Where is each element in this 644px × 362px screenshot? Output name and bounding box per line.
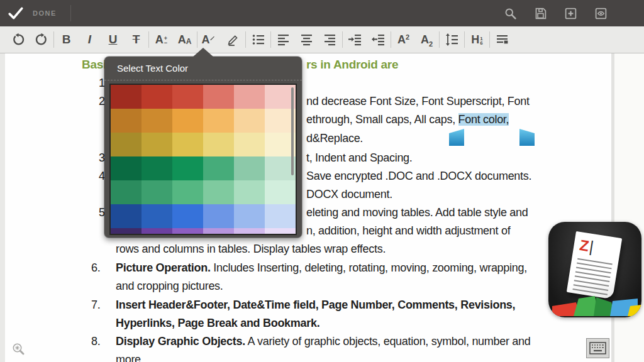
doc-line[interactable]: more (116, 353, 141, 362)
color-swatch[interactable] (234, 204, 265, 228)
doc-line[interactable]: n, addition, height and width adjustment… (306, 224, 510, 238)
align-right-button[interactable] (318, 26, 341, 53)
color-swatch[interactable] (234, 85, 265, 109)
color-swatch[interactable] (234, 133, 265, 156)
color-grid (109, 84, 297, 235)
doc-line[interactable]: eleting and moving tables. Add table sty… (306, 206, 528, 219)
toolbar-divider (391, 31, 391, 48)
search-icon[interactable] (504, 7, 517, 20)
zoom-tool-icon[interactable] (11, 342, 26, 357)
indent-decrease-button[interactable] (367, 26, 390, 53)
color-swatch[interactable] (142, 180, 172, 204)
color-swatch[interactable] (111, 133, 142, 156)
color-swatch[interactable] (111, 109, 142, 133)
color-swatch[interactable] (234, 228, 265, 235)
color-swatch[interactable] (172, 85, 203, 109)
heading-button[interactable]: H16 (465, 26, 489, 53)
page-left-gutter (0, 53, 5, 362)
doc-line[interactable]: Insert Header&Footer, Date&Time field, P… (116, 299, 515, 312)
bold-button[interactable]: B (55, 26, 78, 53)
color-swatch[interactable] (203, 109, 234, 133)
color-swatch[interactable] (142, 204, 172, 228)
color-swatch[interactable] (111, 228, 142, 235)
redo-button[interactable] (30, 26, 53, 53)
color-swatch[interactable] (203, 228, 234, 235)
doc-line[interactable]: Picture Operation. Includes Inserting, d… (116, 261, 527, 275)
doc-line[interactable]: ethrough, Small caps, All caps, Font col… (306, 113, 509, 126)
doc-line[interactable]: Display Graphic Objects. A variety of gr… (116, 335, 530, 348)
toolbar-divider (245, 31, 246, 48)
line-spacing-button[interactable] (440, 26, 464, 53)
color-row (111, 85, 296, 109)
color-swatch[interactable] (234, 180, 265, 204)
doc-line[interactable]: Basi (82, 58, 106, 72)
doc-line[interactable]: 7. (91, 299, 100, 312)
color-swatch[interactable] (172, 204, 203, 228)
color-swatch[interactable] (111, 85, 142, 109)
color-grid-scrollbar[interactable] (291, 87, 294, 175)
bullet-list-button[interactable] (247, 26, 270, 53)
topbar-actions (504, 0, 608, 26)
done-check-icon[interactable] (5, 0, 26, 26)
highlight-button[interactable] (221, 26, 245, 53)
color-row (111, 180, 296, 204)
superscript-button[interactable]: A2 (392, 26, 415, 53)
align-center-button[interactable] (295, 26, 318, 53)
color-swatch[interactable] (172, 109, 203, 133)
color-swatch[interactable] (265, 228, 296, 235)
color-swatch[interactable] (142, 109, 172, 133)
indent-increase-button[interactable] (343, 26, 367, 53)
doc-line[interactable]: 8. (91, 335, 100, 348)
preview-icon[interactable] (594, 7, 608, 20)
subscript-button[interactable]: A2 (415, 26, 438, 53)
undo-button[interactable] (6, 26, 30, 53)
color-swatch[interactable] (111, 204, 142, 228)
doc-line[interactable]: DOCX document. (306, 188, 392, 201)
color-swatch[interactable] (203, 85, 234, 109)
font-size-button[interactable]: A+− (150, 26, 173, 53)
doc-line[interactable]: rs in Android are (306, 58, 398, 72)
strikethrough-button[interactable]: T (125, 26, 148, 53)
app-launcher-icon[interactable]: Z| (548, 222, 641, 317)
color-row (111, 204, 296, 228)
color-swatch[interactable] (142, 156, 172, 180)
color-swatch[interactable] (203, 204, 234, 228)
color-swatch[interactable] (111, 180, 142, 204)
selected-text: Font color, (458, 113, 509, 126)
popup-title: Select Text Color (104, 57, 302, 80)
color-row (111, 133, 296, 156)
doc-line[interactable]: rows and columns in tables. Display tabl… (116, 243, 386, 256)
color-swatch[interactable] (203, 156, 234, 180)
color-row (111, 109, 296, 133)
underline-button[interactable]: U (101, 26, 125, 53)
color-swatch[interactable] (203, 180, 234, 204)
color-swatch[interactable] (142, 85, 172, 109)
add-icon[interactable] (564, 7, 577, 20)
top-action-bar: DONE (0, 0, 644, 26)
color-swatch[interactable] (172, 133, 203, 156)
text-wrap-button[interactable] (491, 26, 514, 53)
color-swatch[interactable] (234, 109, 265, 133)
align-left-button[interactable] (272, 26, 295, 53)
doc-line[interactable]: Hyperlinks, Page Break and Bookmark. (116, 317, 319, 330)
color-swatch[interactable] (265, 180, 296, 204)
doc-line[interactable]: nd decrease Font Size, Font Superscript,… (306, 95, 530, 108)
doc-line[interactable]: Save encrypted .DOC and .DOCX documents. (306, 170, 531, 183)
done-label[interactable]: DONE (33, 9, 57, 17)
color-swatch[interactable] (203, 133, 234, 156)
save-icon[interactable] (534, 7, 547, 20)
doc-line[interactable]: and cropping pictures. (116, 280, 223, 293)
color-swatch[interactable] (142, 133, 172, 156)
color-swatch[interactable] (172, 228, 203, 235)
doc-line[interactable]: t, Indent and Spacing. (306, 151, 413, 165)
color-swatch[interactable] (172, 156, 203, 180)
color-swatch[interactable] (234, 156, 265, 180)
color-swatch[interactable] (111, 156, 142, 180)
color-swatch[interactable] (265, 204, 296, 228)
color-swatch[interactable] (142, 228, 172, 235)
color-swatch[interactable] (172, 180, 203, 204)
italic-button[interactable]: I (78, 26, 101, 53)
doc-line[interactable]: 6. (91, 261, 100, 275)
doc-line[interactable]: d&Replace. (306, 132, 363, 145)
keyboard-toggle-icon[interactable] (586, 338, 609, 358)
